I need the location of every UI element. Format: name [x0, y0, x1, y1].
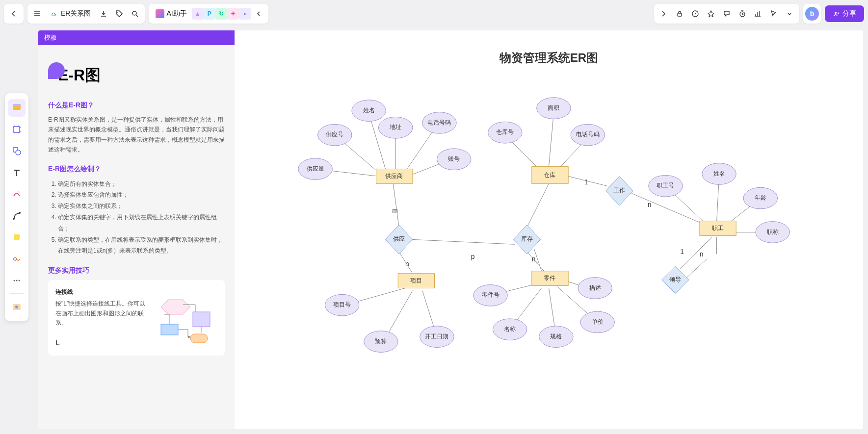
steps-list: 确定所有的实体集合； 选择实体集应包含的属性； 确定实体集之间的联系； 确定实体…: [48, 179, 225, 257]
svg-text:年龄: 年龄: [755, 194, 766, 201]
tool-mindmap[interactable]: [8, 250, 26, 268]
section-what-body: E-R图又称实体关系图，是一种提供了实体，属性和联系的方法，用来描述现实世界的概…: [48, 115, 225, 155]
template-panel: 模板 E-R图 什么是E-R图？ E-R图又称实体关系图，是一种提供了实体，属性…: [38, 30, 235, 429]
svg-text:项目: 项目: [410, 277, 422, 284]
svg-text:供应商: 供应商: [385, 173, 403, 179]
chevron-down-icon[interactable]: [782, 6, 797, 22]
svg-point-13: [14, 280, 15, 281]
expand-button[interactable]: [656, 6, 672, 22]
comment-button[interactable]: [719, 6, 735, 22]
list-item: 选择实体集应包含的属性；: [58, 189, 225, 201]
svg-text:p: p: [471, 253, 475, 260]
svg-line-46: [527, 183, 549, 227]
menu-button[interactable]: [29, 6, 45, 22]
tool-pen[interactable]: [8, 185, 26, 203]
section-what-title: 什么是E-R图？: [48, 101, 225, 110]
m-tool-button[interactable]: ▪: [239, 8, 251, 20]
tool-templates[interactable]: [8, 99, 26, 117]
svg-text:仓库: 仓库: [544, 172, 555, 179]
svg-rect-8: [14, 127, 20, 132]
svg-rect-19: [161, 324, 178, 335]
cloud-icon: [50, 10, 58, 18]
svg-text:单价: 单价: [592, 318, 604, 325]
list-item: 确定实体集的关键字，用下划线在属性上表明关键字的属性组合；: [58, 212, 225, 234]
svg-text:供应量: 供应量: [307, 165, 324, 172]
chevron-left-small[interactable]: [251, 6, 266, 22]
section-how-title: E-R图怎么绘制？: [48, 165, 225, 174]
svg-text:姓名: 姓名: [363, 107, 375, 114]
p-tool-button[interactable]: P: [204, 8, 215, 20]
tag-button[interactable]: [111, 6, 127, 22]
template-badge: 模板: [38, 30, 235, 45]
svg-line-44: [412, 239, 515, 244]
tip-body: 按"L"快捷选择连接线工具。你可以在画布上画出图形和图形之间的联系。: [55, 299, 149, 328]
left-sidebar: [5, 93, 28, 321]
tool-text[interactable]: [8, 164, 26, 181]
back-button[interactable]: [6, 6, 22, 22]
c-tool-button[interactable]: ↻: [215, 8, 227, 20]
svg-text:供应: 供应: [393, 235, 405, 242]
list-item: 确定所有的实体集合；: [58, 179, 225, 190]
search-button[interactable]: [127, 6, 143, 22]
tool-shape[interactable]: [8, 142, 26, 160]
tool-connector[interactable]: [8, 207, 26, 225]
effects-button[interactable]: [703, 6, 719, 22]
svg-text:1: 1: [680, 248, 684, 255]
svg-text:预算: 预算: [375, 338, 387, 345]
svg-line-42: [393, 183, 399, 227]
svg-text:零件: 零件: [544, 275, 555, 281]
tip-shortcut: L: [55, 337, 149, 348]
svg-text:账号: 账号: [448, 155, 460, 162]
svg-text:面积: 面积: [548, 104, 559, 111]
svg-text:n: n: [532, 255, 536, 263]
list-item: 确定实体集之间的联系；: [58, 201, 225, 212]
list-item: 确定联系的类型，在用线将表示联系的菱形框联系到实体集时，在线旁注明是1或n(多）…: [58, 234, 225, 257]
svg-point-17: [15, 306, 18, 308]
chart-button[interactable]: [750, 6, 766, 22]
tool-more[interactable]: [8, 272, 26, 289]
ai-logo-icon: [156, 9, 164, 18]
svg-rect-20: [190, 334, 208, 343]
er-diagram[interactable]: 物资管理系统ER图: [235, 30, 863, 429]
tip-card: 连接线 按"L"快捷选择连接线工具。你可以在画布上画出图形和图形之间的联系。 L: [48, 280, 225, 356]
svg-text:姓名: 姓名: [713, 170, 725, 177]
svg-point-14: [16, 280, 18, 281]
document-title[interactable]: ER关系图: [45, 9, 96, 18]
svg-text:n: n: [700, 250, 704, 258]
image-tool-button[interactable]: ▲: [192, 8, 204, 20]
tool-sticky[interactable]: [8, 229, 26, 246]
canvas-area[interactable]: 模板 E-R图 什么是E-R图？ E-R图又称实体关系图，是一种提供了实体，属性…: [38, 30, 863, 429]
download-button[interactable]: [96, 6, 111, 22]
cursor-button[interactable]: [766, 6, 782, 22]
svg-rect-18: [193, 312, 210, 327]
svg-text:n: n: [648, 201, 652, 208]
ai-assistant-button[interactable]: AI助手: [151, 9, 191, 18]
svg-text:零件号: 零件号: [482, 291, 500, 298]
svg-text:1: 1: [584, 178, 588, 186]
svg-text:仓库号: 仓库号: [496, 128, 514, 135]
play-button[interactable]: [687, 6, 703, 22]
svg-text:领导: 领导: [669, 276, 681, 283]
section-tips-title: 更多实用技巧: [48, 266, 225, 275]
svg-text:电话号码: 电话号码: [576, 131, 600, 138]
svg-text:职称: 职称: [767, 229, 779, 235]
user-avatar[interactable]: b: [805, 7, 819, 21]
svg-text:供应号: 供应号: [326, 131, 343, 138]
svg-rect-7: [13, 104, 21, 106]
svg-text:职工: 职工: [712, 225, 724, 231]
top-toolbar: ER关系图 AI助手 ▲ P ↻ ✦ ▪ b 分享: [4, 4, 864, 24]
svg-text:名称: 名称: [504, 326, 516, 332]
tool-apps[interactable]: [8, 298, 26, 315]
doc-title-text: ER关系图: [61, 9, 91, 18]
timer-button[interactable]: [735, 6, 750, 22]
r-tool-button[interactable]: ✦: [227, 8, 239, 20]
svg-line-50: [680, 237, 711, 268]
svg-text:m: m: [392, 206, 398, 214]
lock-button[interactable]: [672, 6, 687, 22]
share-button[interactable]: 分享: [825, 5, 864, 22]
svg-text:描述: 描述: [589, 284, 601, 291]
tool-frame[interactable]: [8, 121, 26, 138]
svg-text:规格: 规格: [550, 333, 562, 340]
svg-text:职工号: 职工号: [657, 182, 674, 189]
svg-line-49: [631, 193, 700, 222]
